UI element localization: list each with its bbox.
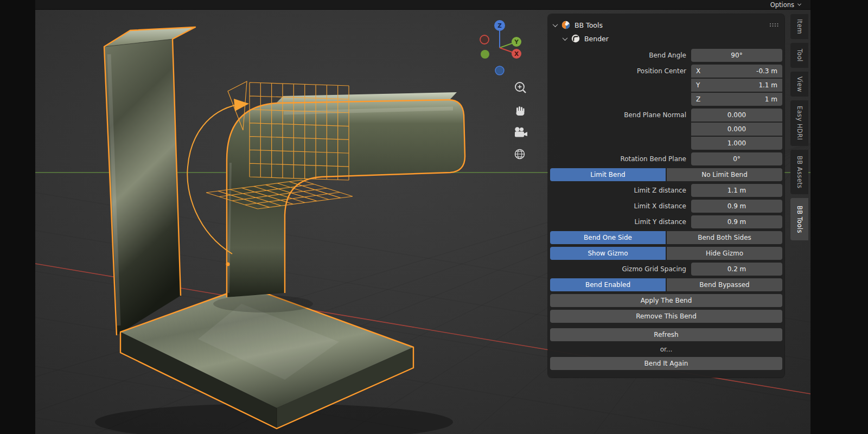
position-center-y-field[interactable]: Y 1.1 m — [691, 79, 782, 92]
bend-plane-normal-field-2[interactable]: 1.000 — [691, 137, 782, 150]
or-text: or... — [548, 344, 784, 355]
limit-z-label: Limit Z distance — [550, 187, 691, 194]
bend-angle-label: Bend Angle — [550, 52, 691, 59]
gizmo-toggle-row: Show Gizmo Hide Gizmo — [550, 247, 782, 260]
bender-elbow-icon — [571, 34, 580, 43]
remove-this-bend-button[interactable]: Remove This Bend — [550, 310, 782, 323]
3d-viewport[interactable]: Z Y X — [35, 0, 810, 434]
tab-bb-assets[interactable]: BB Assets — [790, 150, 808, 194]
bend-both-sides-button[interactable]: Bend Both Sides — [667, 231, 782, 244]
limit-bend-button[interactable]: Limit Bend — [550, 168, 666, 181]
nav-gizmo[interactable]: Z Y X — [480, 20, 521, 75]
axis-neg-z-ball — [495, 66, 504, 75]
chevron-down-icon — [563, 35, 568, 41]
position-center-y-row: Y 1.1 m — [550, 79, 782, 92]
limit-x-field[interactable]: 0.9 m — [691, 200, 782, 213]
position-center-x-row: Position Center X -0.3 m — [550, 65, 782, 78]
bend-plane-normal-field-1[interactable]: 0.000 — [691, 123, 782, 136]
bend-plane-normal-field-0[interactable]: 0.000 — [691, 108, 782, 122]
sidebar-tabs: Item Tool View Easy HDRI BB Assets BB To… — [790, 14, 810, 240]
bend-bypassed-button[interactable]: Bend Bypassed — [667, 278, 782, 291]
pan-hand-icon[interactable] — [516, 106, 525, 116]
limit-x-label: Limit X distance — [550, 202, 691, 210]
gizmo-grid-spacing-row: Gizmo Grid Spacing 0.2 m — [550, 263, 782, 276]
axis-z-prefix: Z — [696, 95, 700, 103]
axis-x-prefix: X — [696, 67, 700, 75]
limit-bend-toggle-row: Limit Bend No Limit Bend — [550, 168, 782, 181]
axis-y-prefix: Y — [696, 81, 700, 89]
axis-neg-x-ball — [480, 35, 489, 44]
sidebar-panel: BB Tools Bender Bend Angle 90° Po — [548, 14, 784, 378]
limit-x-row: Limit X distance 0.9 m — [550, 200, 782, 213]
bend-it-again-row: Bend It Again — [550, 357, 782, 370]
letterbox-right — [810, 0, 868, 434]
axis-neg-y-ball — [481, 50, 489, 59]
refresh-row: Refresh — [550, 328, 782, 341]
tab-bb-tools[interactable]: BB Tools — [790, 198, 808, 240]
letterbox-left — [0, 0, 35, 434]
bend-angle-row: Bend Angle 90° — [550, 49, 782, 62]
rotation-bend-plane-row: Rotation Bend Plane 0° — [550, 152, 782, 165]
limit-z-field[interactable]: 1.1 m — [691, 184, 782, 197]
position-center-z-field[interactable]: Z 1 m — [691, 93, 782, 106]
bend-enabled-button[interactable]: Bend Enabled — [550, 278, 666, 291]
tab-view[interactable]: View — [790, 72, 808, 97]
viewport-header: Options — [35, 0, 810, 10]
gizmo-grid-spacing-field[interactable]: 0.2 m — [691, 263, 782, 276]
zoom-icon[interactable] — [515, 82, 526, 93]
bend-plane-normal-row-1: 0.000 — [550, 123, 782, 136]
chevron-down-icon — [553, 22, 558, 27]
bend-enabled-toggle-row: Bend Enabled Bend Bypassed — [550, 278, 782, 291]
panel-header-bb-tools[interactable]: BB Tools — [548, 16, 784, 33]
position-center-z-row: Z 1 m — [550, 93, 782, 106]
bend-plane-normal-row-2: 1.000 — [550, 137, 782, 150]
bend-side-toggle-row: Bend One Side Bend Both Sides — [550, 231, 782, 244]
bent-metal-object[interactable] — [104, 27, 465, 429]
panel-title: BB Tools — [575, 21, 603, 29]
limit-y-label: Limit Y distance — [550, 218, 691, 226]
position-center-x-field[interactable]: X -0.3 m — [691, 65, 782, 78]
hide-gizmo-button[interactable]: Hide Gizmo — [667, 247, 782, 260]
options-dropdown[interactable]: Options — [767, 1, 804, 9]
axis-y-value: 1.1 m — [758, 81, 777, 89]
gizmo-grid-spacing-label: Gizmo Grid Spacing — [550, 265, 691, 273]
axis-z-label: Z — [497, 22, 502, 29]
subpanel-title: Bender — [584, 35, 609, 43]
bend-angle-field[interactable]: 90° — [691, 49, 782, 62]
show-gizmo-button[interactable]: Show Gizmo — [550, 247, 666, 260]
bend-plane-normal-row-0: Bend Plane Normal 0.000 — [550, 108, 782, 122]
bend-it-again-button[interactable]: Bend It Again — [550, 357, 782, 370]
drag-dots-icon[interactable] — [769, 22, 779, 28]
camera-view-icon[interactable] — [515, 127, 527, 137]
apply-the-bend-button[interactable]: Apply The Bend — [550, 294, 782, 307]
subpanel-header-bender[interactable]: Bender — [548, 33, 784, 49]
bend-arrowhead — [234, 99, 249, 111]
limit-z-row: Limit Z distance 1.1 m — [550, 184, 782, 197]
position-center-label: Position Center — [550, 67, 691, 75]
grid-sphere-icon[interactable] — [515, 150, 525, 159]
limit-y-field[interactable]: 0.9 m — [691, 215, 782, 228]
chevron-down-icon — [797, 2, 801, 6]
tab-tool[interactable]: Tool — [790, 43, 808, 68]
tab-easy-hdri[interactable]: Easy HDRI — [790, 100, 808, 146]
tab-item[interactable]: Item — [790, 14, 808, 39]
bend-one-side-button[interactable]: Bend One Side — [550, 231, 666, 244]
refresh-button[interactable]: Refresh — [550, 328, 782, 341]
rotation-bend-plane-label: Rotation Bend Plane — [550, 155, 691, 163]
apply-bend-row: Apply The Bend — [550, 294, 782, 307]
axis-y-label: Y — [514, 39, 519, 45]
axis-z-value: 1 m — [765, 95, 777, 103]
axis-x-value: -0.3 m — [756, 67, 777, 75]
axis-x-label: X — [514, 50, 519, 57]
bb-tools-logo-icon — [561, 21, 570, 29]
gizmo-origin-dot — [226, 263, 230, 266]
no-limit-bend-button[interactable]: No Limit Bend — [667, 168, 782, 181]
limit-y-row: Limit Y distance 0.9 m — [550, 215, 782, 228]
rotation-bend-plane-field[interactable]: 0° — [691, 152, 782, 165]
bend-plane-normal-label: Bend Plane Normal — [550, 111, 691, 119]
remove-bend-row: Remove This Bend — [550, 310, 782, 323]
options-label: Options — [770, 1, 794, 9]
